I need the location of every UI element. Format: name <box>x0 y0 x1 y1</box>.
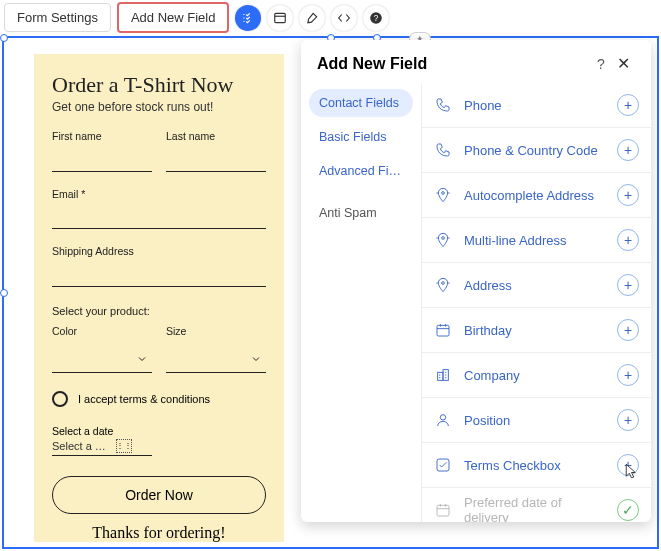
chevron-down-icon <box>250 353 262 365</box>
add-field-button[interactable]: + <box>617 454 639 476</box>
field-label: Terms Checkbox <box>464 458 605 473</box>
nav-anti-spam[interactable]: Anti Spam <box>309 199 413 227</box>
svg-rect-11 <box>437 505 449 516</box>
date-placeholder: Select a … <box>52 440 106 452</box>
panel-title: Add New Field <box>317 55 591 73</box>
svg-rect-10 <box>437 459 449 471</box>
add-field-button[interactable]: + <box>617 184 639 206</box>
help-icon[interactable]: ? <box>363 5 389 31</box>
field-row[interactable]: Multi-line Address+ <box>422 218 651 263</box>
add-field-button[interactable]: + <box>617 319 639 341</box>
select-product-label: Select your product: <box>52 305 266 317</box>
code-icon[interactable] <box>331 5 357 31</box>
field-label: Address <box>464 278 605 293</box>
field-label: Preferred date of delivery <box>464 495 605 522</box>
cal-icon <box>434 322 452 338</box>
add-field-button[interactable]: + <box>617 139 639 161</box>
add-field-button[interactable]: + <box>617 274 639 296</box>
field-row[interactable]: Preferred date of delivery✓ <box>422 488 651 522</box>
nav-advanced-fields[interactable]: Advanced Fie… <box>309 157 413 185</box>
size-select[interactable] <box>166 347 266 373</box>
field-list: Phone+Phone & Country Code+Autocomplete … <box>421 83 651 522</box>
terms-radio[interactable] <box>52 391 68 407</box>
add-field-button[interactable]: + <box>617 409 639 431</box>
color-select[interactable] <box>52 347 152 373</box>
form-settings-button[interactable]: Form Settings <box>4 3 111 32</box>
calendar-icon: ⋮⋮ <box>116 439 132 453</box>
svg-rect-6 <box>437 325 449 336</box>
form-title: Order a T-Shirt Now <box>52 72 266 98</box>
phone-icon <box>434 97 452 113</box>
pin-icon <box>434 277 452 293</box>
svg-rect-0 <box>275 13 286 22</box>
layout-icon[interactable] <box>267 5 293 31</box>
add-field-panel: Add New Field ? ✕ Contact Fields Basic F… <box>301 40 651 522</box>
field-row[interactable]: Terms Checkbox+ <box>422 443 651 488</box>
thanks-text: Thanks for ordering! <box>52 524 266 542</box>
first-name-input[interactable] <box>52 154 152 172</box>
cal-icon <box>434 502 452 518</box>
pin-icon <box>434 187 452 203</box>
svg-point-4 <box>442 237 445 240</box>
shipping-label: Shipping Address <box>52 245 266 257</box>
user-icon <box>434 412 452 428</box>
selection-handle[interactable] <box>0 289 8 297</box>
field-row[interactable]: Autocomplete Address+ <box>422 173 651 218</box>
brush-icon[interactable] <box>299 5 325 31</box>
selection-handle[interactable] <box>0 34 8 42</box>
field-label: Phone <box>464 98 605 113</box>
checklist-icon[interactable] <box>235 5 261 31</box>
shipping-input[interactable] <box>52 269 266 287</box>
field-label: Position <box>464 413 605 428</box>
panel-nav: Contact Fields Basic Fields Advanced Fie… <box>301 83 421 522</box>
field-row[interactable]: Birthday+ <box>422 308 651 353</box>
add-field-button[interactable]: + <box>617 229 639 251</box>
add-field-button[interactable]: + <box>617 364 639 386</box>
panel-close-button[interactable]: ✕ <box>611 54 635 73</box>
order-now-button[interactable]: Order Now <box>52 476 266 514</box>
date-picker[interactable]: Select a … ⋮⋮ <box>52 439 152 456</box>
color-label: Color <box>52 325 152 337</box>
field-row[interactable]: Phone+ <box>422 83 651 128</box>
terms-label: I accept terms & conditions <box>78 393 210 405</box>
panel-help-button[interactable]: ? <box>591 56 611 72</box>
phone-icon <box>434 142 452 158</box>
svg-point-9 <box>440 415 445 420</box>
field-added-icon[interactable]: ✓ <box>617 499 639 521</box>
date-label: Select a date <box>52 425 266 437</box>
check-icon <box>434 457 452 473</box>
add-field-button[interactable]: + <box>617 94 639 116</box>
svg-point-3 <box>442 192 445 195</box>
size-label: Size <box>166 325 266 337</box>
field-label: Phone & Country Code <box>464 143 605 158</box>
form-preview: Order a T-Shirt Now Get one before stock… <box>34 54 284 542</box>
field-row[interactable]: Address+ <box>422 263 651 308</box>
form-subtitle: Get one before stock runs out! <box>52 100 266 114</box>
svg-point-5 <box>442 282 445 285</box>
field-label: Birthday <box>464 323 605 338</box>
last-name-label: Last name <box>166 130 266 142</box>
add-new-field-button[interactable]: Add New Field <box>117 2 230 33</box>
last-name-input[interactable] <box>166 154 266 172</box>
email-label: Email * <box>52 188 266 200</box>
chevron-down-icon <box>136 353 148 365</box>
field-label: Company <box>464 368 605 383</box>
nav-contact-fields[interactable]: Contact Fields <box>309 89 413 117</box>
field-row[interactable]: Company+ <box>422 353 651 398</box>
field-label: Multi-line Address <box>464 233 605 248</box>
field-row[interactable]: Position+ <box>422 398 651 443</box>
first-name-label: First name <box>52 130 152 142</box>
pin-icon <box>434 232 452 248</box>
field-label: Autocomplete Address <box>464 188 605 203</box>
svg-text:?: ? <box>374 13 379 22</box>
svg-rect-7 <box>438 372 443 380</box>
nav-basic-fields[interactable]: Basic Fields <box>309 123 413 151</box>
field-row[interactable]: Phone & Country Code+ <box>422 128 651 173</box>
bld-icon <box>434 367 452 383</box>
email-input[interactable] <box>52 211 266 229</box>
